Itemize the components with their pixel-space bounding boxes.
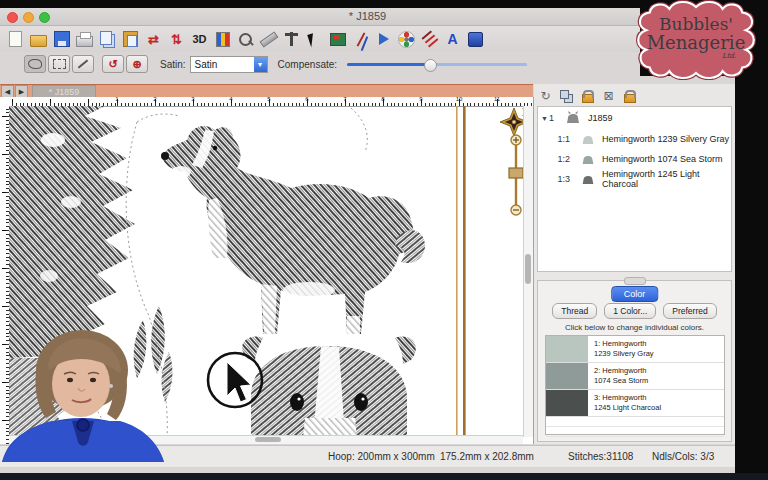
compensate-label: Compensate:	[278, 59, 337, 70]
copy-icon[interactable]	[98, 30, 117, 49]
resequence-icon[interactable]: ↻	[538, 89, 553, 103]
ruler-number: 2	[153, 96, 156, 102]
vertical-scrollbar-thumb[interactable]	[525, 254, 531, 284]
design-canvas[interactable]: N	[9, 106, 523, 437]
zoom-tool-icon[interactable]	[236, 30, 255, 49]
connection-end-icon[interactable]: ⊕	[126, 55, 148, 73]
color-swatch[interactable]	[546, 336, 588, 362]
ruler-number: 3	[191, 96, 194, 102]
satin-dropdown[interactable]: Satin ▾	[190, 56, 268, 73]
tree-root-index: 1	[549, 113, 554, 123]
tree-row[interactable]: 1:3 Hemingworth 1245 Light Charcoal	[538, 169, 731, 189]
chevron-down-icon: ▾	[254, 57, 267, 72]
thread-colors-icon[interactable]	[213, 30, 232, 49]
color-panel-buttons: Thread 1 Color... Preferred	[538, 303, 731, 319]
design-carousel-icon[interactable]	[397, 30, 416, 49]
ruler-number: 6	[305, 96, 308, 102]
swatch-row[interactable]: 1: Hemingworth1239 Silvery Gray	[546, 336, 724, 363]
thread-button[interactable]: Thread	[552, 303, 597, 319]
tree-row-seq: 1:2	[554, 154, 570, 164]
ruler-number: 11	[494, 96, 500, 102]
print-icon[interactable]	[75, 30, 94, 49]
tree-row-label: Hemingworth 1074 Sea Storm	[602, 154, 723, 164]
new-icon[interactable]	[6, 30, 25, 49]
status-size: 175.2mm x 202.8mm	[440, 451, 534, 462]
measure-icon[interactable]	[259, 30, 278, 49]
open-icon[interactable]	[29, 30, 48, 49]
hoop-lines	[456, 106, 466, 437]
connection-start-icon[interactable]: ↺	[102, 55, 124, 73]
ruler-number: 5	[267, 96, 270, 102]
compass-icon: N	[500, 106, 523, 136]
stitch-tool-icon[interactable]	[420, 30, 439, 49]
remove-icon[interactable]: ⊠	[601, 89, 616, 103]
preferred-button[interactable]: Preferred	[663, 303, 716, 319]
caret-down-icon[interactable]: ▼	[541, 115, 549, 122]
simulator-icon[interactable]	[328, 30, 347, 49]
brand-logo	[624, 0, 768, 80]
lock-icon[interactable]	[580, 89, 595, 103]
objects-panel: ↻ ⊠ ▼ 1 J1859 1:1 Hemingworth 1239 Silve…	[534, 84, 735, 444]
tree-row[interactable]: 1:2 Hemingworth 1074 Sea Storm	[538, 149, 731, 169]
flip-vertical-icon[interactable]: ⇅	[167, 30, 186, 49]
slider-fill	[347, 63, 426, 66]
view-3d-icon[interactable]: 3D	[190, 30, 209, 49]
ruler-number: 1	[115, 96, 118, 102]
color-swatch[interactable]	[546, 363, 588, 389]
cursor-ring	[208, 353, 262, 407]
color-swatch[interactable]	[546, 390, 588, 416]
swatch-line2: 1074 Sea Storm	[594, 376, 648, 386]
letterbox-bottom	[0, 473, 768, 480]
swatch-line1: 3: Hemingworth	[594, 393, 661, 403]
stitch-editor-icon[interactable]	[351, 30, 370, 49]
empty-row	[546, 427, 724, 437]
status-bar: Cursor: 38.3, 21.7 Hoop: 200mm x 300mm 1…	[0, 445, 735, 467]
foliage-stitches	[9, 106, 172, 437]
color-panel: Color Thread 1 Color... Preferred Click …	[537, 280, 732, 442]
paste-icon[interactable]	[121, 30, 140, 49]
tree-row-label: Hemingworth 1239 Silvery Gray	[602, 134, 729, 144]
color-tab-button[interactable]: Color	[611, 286, 659, 302]
objects-panel-toolbar: ↻ ⊠	[538, 88, 637, 104]
unlock-icon[interactable]	[622, 89, 637, 103]
thread-thumbnail	[580, 172, 596, 187]
library-icon[interactable]	[466, 30, 485, 49]
combine-icon[interactable]	[559, 89, 574, 103]
tree-row[interactable]: 1:1 Hemingworth 1239 Silvery Gray	[538, 129, 731, 149]
vertical-scrollbar[interactable]	[523, 106, 533, 437]
dog-standing	[161, 126, 425, 334]
flip-horizontal-icon[interactable]: ⇄	[144, 30, 163, 49]
rectangle-select-icon[interactable]	[48, 55, 70, 73]
status-cursor: Cursor: 38.3, 21.7	[30, 451, 110, 462]
compensate-slider[interactable]	[347, 57, 527, 71]
one-color-button[interactable]: 1 Color...	[604, 303, 656, 319]
color-panel-caption: Click below to change individual colors.	[538, 323, 731, 332]
swatch-line2: 1245 Light Charcoal	[594, 403, 661, 413]
horizontal-scrollbar-thumb[interactable]	[255, 437, 281, 442]
swatch-row[interactable]: 3: Hemingworth1245 Light Charcoal	[546, 390, 724, 417]
swatch-line1: 1: Hemingworth	[594, 339, 654, 349]
lettering-icon[interactable]: A	[443, 30, 462, 49]
ruler-number: 9	[419, 96, 422, 102]
line-tool-icon[interactable]	[72, 55, 94, 73]
zoom-slider-handle	[509, 168, 523, 178]
tree-row-seq: 1:1	[554, 134, 570, 144]
panel-grab-handle[interactable]	[624, 277, 646, 285]
tree-row-label: Hemingworth 1245 Light Charcoal	[602, 169, 731, 189]
video-frame: * J1859 ⇄ ⇅ 3D A	[0, 0, 768, 480]
tree-root-row[interactable]: ▼ 1 J1859	[538, 107, 731, 129]
design-canvas-area[interactable]: 1 2 3 4 5 6 7 8 9 10 11	[0, 97, 534, 444]
swatch-line2: 1239 Silvery Gray	[594, 349, 654, 359]
horizontal-scrollbar[interactable]	[9, 435, 523, 444]
lasso-select-icon[interactable]	[24, 55, 46, 73]
play-icon[interactable]	[374, 30, 393, 49]
slider-thumb[interactable]	[424, 59, 437, 72]
ruler-number: 4	[229, 96, 232, 102]
save-icon[interactable]	[52, 30, 71, 49]
swatch-row[interactable]: 2: Hemingworth1074 Sea Storm	[546, 363, 724, 390]
select-tool-icon[interactable]	[305, 30, 324, 49]
status-hoop: Hoop: 200mm x 300mm	[328, 451, 435, 462]
canvas-zoom-slider[interactable]	[509, 135, 523, 215]
status-needles: Ndls/Cols: 3/3	[652, 451, 714, 462]
hoop-stand-icon[interactable]	[282, 30, 301, 49]
